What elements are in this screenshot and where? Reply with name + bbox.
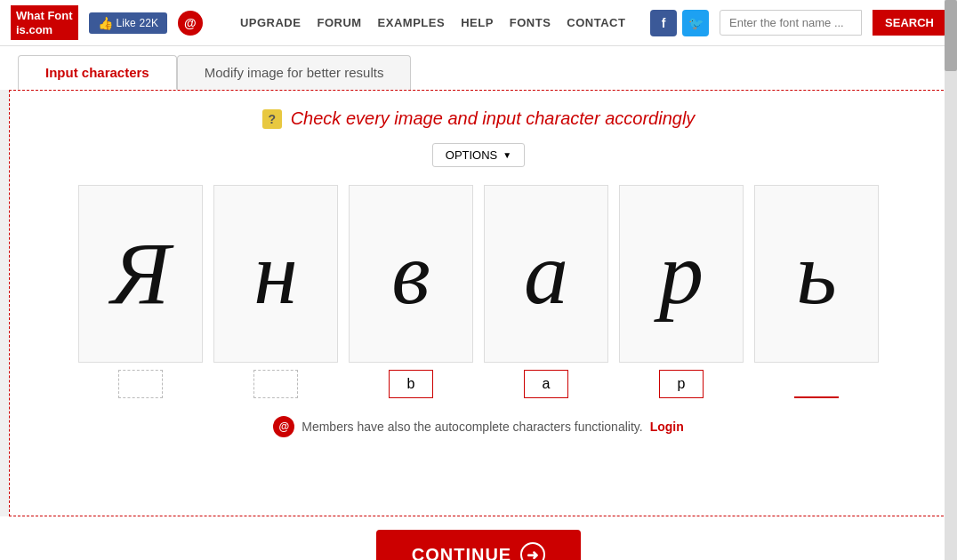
char-input-6[interactable]	[794, 370, 839, 398]
char-image-2: н	[213, 185, 338, 363]
options-button[interactable]: OPTIONS ▼	[432, 143, 525, 167]
scrollbar-thumb[interactable]	[945, 0, 957, 71]
char-image-4: а	[484, 185, 608, 363]
characters-grid: Я н в а р	[28, 185, 929, 398]
nav-upgrade[interactable]: UPGRADE	[240, 16, 302, 29]
tab-input-characters[interactable]: Input characters	[18, 55, 177, 90]
fb-count: 22K	[140, 17, 158, 29]
thumbs-up-icon: 👍	[98, 16, 113, 30]
char-image-5: р	[619, 185, 744, 363]
char-column-2: н	[213, 185, 338, 398]
char-display-1: Я	[111, 229, 170, 318]
font-search-input[interactable]	[720, 10, 862, 36]
char-column-1: Я	[78, 185, 203, 398]
char-column-5: р	[619, 185, 744, 398]
continue-bar: CONTINUE ➜	[0, 516, 957, 560]
char-display-2: н	[253, 229, 298, 318]
member-icon: @	[273, 416, 294, 437]
social-icons: f 🐦	[650, 10, 709, 36]
arrow-circle-icon: ➜	[520, 542, 545, 560]
logo-line2: is.com	[16, 23, 73, 37]
char-input-3[interactable]	[389, 370, 433, 398]
header: What Font is.com 👍 Like 22K @ UPGRADE FO…	[0, 0, 957, 46]
fb-like-label: Like	[117, 17, 136, 29]
tabs-container: Input characters Modify image for better…	[0, 46, 957, 90]
login-link[interactable]: Login	[650, 420, 684, 434]
main-nav: UPGRADE FORUM EXAMPLES HELP FONTS CONTAC…	[240, 16, 626, 29]
char-input-2[interactable]	[253, 370, 298, 398]
nav-examples[interactable]: EXAMPLES	[378, 16, 446, 29]
tab-modify-image[interactable]: Modify image for better results	[177, 55, 412, 90]
scrollbar[interactable]	[945, 0, 957, 560]
member-notice: @ Members have also the autocomplete cha…	[28, 416, 929, 437]
char-input-4[interactable]	[524, 370, 568, 398]
search-button[interactable]: SEARCH	[873, 10, 946, 36]
options-label: OPTIONS	[446, 148, 498, 162]
logo-line1: What Font	[16, 9, 73, 23]
nav-help[interactable]: HELP	[461, 16, 494, 29]
nav-contact[interactable]: CONTACT	[567, 16, 625, 29]
char-image-1: Я	[78, 185, 203, 363]
continue-button[interactable]: CONTINUE ➜	[376, 530, 581, 560]
char-display-5: р	[659, 229, 704, 318]
char-display-3: в	[391, 229, 430, 318]
fb-like-button[interactable]: 👍 Like 22K	[89, 12, 167, 34]
char-column-4: а	[484, 185, 608, 398]
char-display-4: а	[524, 229, 568, 318]
nav-forum[interactable]: FORUM	[317, 16, 361, 29]
facebook-button[interactable]: f	[650, 10, 677, 36]
main-content: ? Check every image and input character …	[9, 90, 948, 516]
chevron-down-icon: ▼	[503, 150, 511, 160]
help-icon: ?	[262, 109, 282, 129]
char-column-3: в	[349, 185, 473, 398]
logo[interactable]: What Font is.com	[11, 5, 78, 40]
member-notice-text: Members have also the autocomplete chara…	[302, 420, 642, 434]
char-image-3: в	[349, 185, 473, 363]
char-input-1[interactable]	[118, 370, 163, 398]
twitter-button[interactable]: 🐦	[682, 10, 709, 36]
instruction-bar: ? Check every image and input character …	[28, 108, 929, 129]
nav-fonts[interactable]: FONTS	[510, 16, 551, 29]
char-image-6: ь	[754, 185, 879, 363]
continue-label: CONTINUE	[412, 545, 511, 561]
char-display-6: ь	[796, 229, 837, 318]
char-column-6: ь	[754, 185, 879, 398]
instruction-text: Check every image and input character ac…	[291, 108, 696, 129]
char-input-5[interactable]	[659, 370, 704, 398]
account-icon[interactable]: @	[178, 11, 203, 36]
